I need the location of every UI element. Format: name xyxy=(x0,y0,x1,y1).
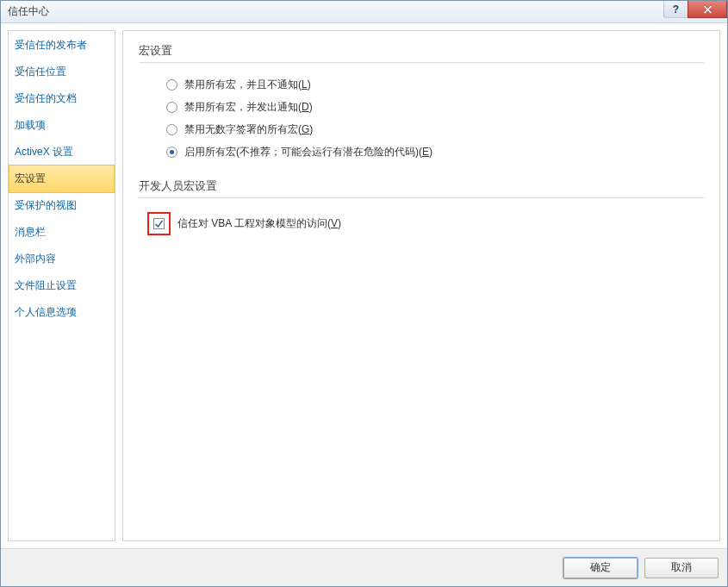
sidebar-item-3[interactable]: 加载项 xyxy=(9,112,114,139)
vba-trust-label: 信任对 VBA 工程对象模型的访问(V) xyxy=(177,216,341,231)
sidebar-item-label: 文件阻止设置 xyxy=(15,279,77,291)
sidebar-item-label: ActiveX 设置 xyxy=(15,146,73,158)
titlebar: 信任中心 ? xyxy=(1,1,727,23)
highlight-box xyxy=(147,212,171,235)
macro-radio-0[interactable] xyxy=(166,79,177,91)
macro-settings-header: 宏设置 xyxy=(139,43,704,63)
sidebar-item-label: 受信任位置 xyxy=(15,66,66,78)
sidebar-item-6[interactable]: 受保护的视图 xyxy=(9,192,114,219)
sidebar-item-0[interactable]: 受信任的发布者 xyxy=(9,32,114,59)
vba-trust-row: 信任对 VBA 工程对象模型的访问(V) xyxy=(147,209,704,239)
sidebar-item-label: 加载项 xyxy=(15,119,46,131)
trust-center-dialog: 信任中心 ? 受信任的发布者受信任位置受信任的文档加载项ActiveX 设置宏设… xyxy=(0,0,728,587)
sidebar-item-10[interactable]: 个人信息选项 xyxy=(9,299,114,326)
sidebar: 受信任的发布者受信任位置受信任的文档加载项ActiveX 设置宏设置受保护的视图… xyxy=(8,30,115,541)
content-area: 受信任的发布者受信任位置受信任的文档加载项ActiveX 设置宏设置受保护的视图… xyxy=(1,23,727,548)
macro-radio-row-2: 禁用无数字签署的所有宏(G) xyxy=(166,118,704,141)
sidebar-item-label: 外部内容 xyxy=(15,253,56,265)
macro-radio-row-0: 禁用所有宏，并且不通知(L) xyxy=(166,73,704,96)
sidebar-item-1[interactable]: 受信任位置 xyxy=(9,59,114,85)
sidebar-item-label: 消息栏 xyxy=(15,226,46,238)
sidebar-item-9[interactable]: 文件阻止设置 xyxy=(9,272,114,299)
sidebar-item-label: 受信任的文档 xyxy=(15,92,77,104)
close-button[interactable] xyxy=(688,1,727,18)
window-title: 信任中心 xyxy=(8,4,49,19)
macro-radio-row-3: 启用所有宏(不推荐；可能会运行有潜在危险的代码)(E) xyxy=(166,141,704,163)
macro-radio-2[interactable] xyxy=(166,124,177,135)
sidebar-item-4[interactable]: ActiveX 设置 xyxy=(9,139,114,165)
sidebar-item-2[interactable]: 受信任的文档 xyxy=(9,85,114,112)
macro-radio-label: 禁用无数字签署的所有宏(G) xyxy=(184,122,313,137)
macro-radio-1[interactable] xyxy=(166,102,177,113)
sidebar-item-8[interactable]: 外部内容 xyxy=(9,246,114,272)
sidebar-item-label: 宏设置 xyxy=(15,172,46,184)
help-button[interactable]: ? xyxy=(663,1,688,18)
help-icon: ? xyxy=(673,3,679,16)
ok-button[interactable]: 确定 xyxy=(563,558,638,578)
dev-macro-settings-header: 开发人员宏设置 xyxy=(139,178,704,198)
macro-radio-label: 禁用所有宏，并发出通知(D) xyxy=(184,99,313,115)
macro-radio-3[interactable] xyxy=(166,147,177,158)
close-icon xyxy=(703,5,712,14)
sidebar-item-7[interactable]: 消息栏 xyxy=(9,219,114,246)
sidebar-item-label: 受信任的发布者 xyxy=(15,39,87,51)
sidebar-item-label: 受保护的视图 xyxy=(15,199,77,211)
macro-radio-label: 禁用所有宏，并且不通知(L) xyxy=(184,77,311,92)
vba-trust-checkbox[interactable] xyxy=(153,218,165,229)
sidebar-item-label: 个人信息选项 xyxy=(15,306,77,318)
dialog-footer: 确定 取消 xyxy=(1,548,727,586)
macro-radio-label: 启用所有宏(不推荐；可能会运行有潜在危险的代码)(E) xyxy=(184,144,432,159)
macro-radio-group: 禁用所有宏，并且不通知(L)禁用所有宏，并发出通知(D)禁用无数字签署的所有宏(… xyxy=(139,73,704,163)
main-panel: 宏设置 禁用所有宏，并且不通知(L)禁用所有宏，并发出通知(D)禁用无数字签署的… xyxy=(122,30,720,541)
macro-radio-row-1: 禁用所有宏，并发出通知(D) xyxy=(166,96,704,118)
sidebar-item-5[interactable]: 宏设置 xyxy=(9,165,115,193)
titlebar-controls: ? xyxy=(663,1,727,18)
cancel-button[interactable]: 取消 xyxy=(644,558,719,578)
